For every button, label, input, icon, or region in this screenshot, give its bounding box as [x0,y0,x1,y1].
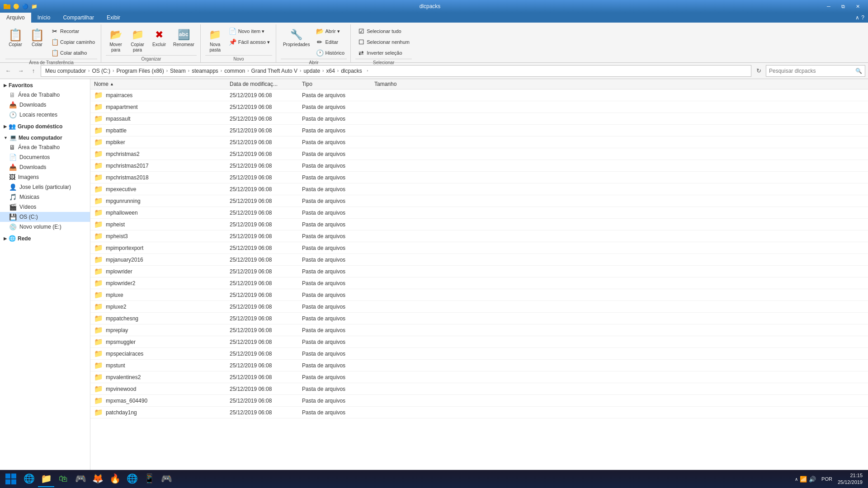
sidebar-item-jose-lelis[interactable]: 👤 Jose Lelis (particular) [0,182,90,192]
sidebar-item-downloads[interactable]: 📥 Downloads [0,100,90,110]
table-row[interactable]: 📁 mplowrider2 25/12/2019 06:08 Pasta de … [90,277,868,289]
table-row[interactable]: 📁 mpluxe2 25/12/2019 06:08 Pasta de arqu… [90,301,868,313]
table-row[interactable]: 📁 mpexecutive 25/12/2019 06:08 Pasta de … [90,183,868,195]
sidebar-item-videos[interactable]: 🎬 Vídeos [0,202,90,212]
table-row[interactable]: 📁 mpstunt 25/12/2019 06:08 Pasta de arqu… [90,360,868,371]
recortar-button[interactable]: ✂ Recortar [49,26,97,36]
taskbar-explorer[interactable]: 📁 [38,471,54,487]
col-header-type[interactable]: Tipo [302,81,374,87]
copiar-para-button[interactable]: 📁 Copiarpara [127,26,147,54]
col-header-size[interactable]: Tamanho [374,81,420,87]
mover-para-button[interactable]: 📂 Moverpara [106,26,126,54]
tray-volume[interactable]: 🔊 [809,476,816,483]
table-row[interactable]: 📁 mpassault 25/12/2019 06:08 Pasta de ar… [90,113,868,125]
ribbon-collapse-btn[interactable]: ∧ [855,14,859,21]
table-row[interactable]: 📁 mpgunrunning 25/12/2019 06:08 Pasta de… [90,195,868,207]
table-row[interactable]: 📁 mplowrider 25/12/2019 06:08 Pasta de a… [90,266,868,277]
refresh-button[interactable]: ↻ [753,66,764,76]
minimize-button[interactable]: ─ [822,2,835,11]
taskbar-ie[interactable]: 🌐 [21,471,37,487]
table-row[interactable]: 📁 mpvinewood 25/12/2019 06:08 Pasta de a… [90,383,868,395]
table-row[interactable]: 📁 mppatchesng 25/12/2019 06:08 Pasta de … [90,313,868,324]
excluir-button[interactable]: ✖ Excluir [149,26,169,49]
table-row[interactable]: 📁 mpspecialraces 25/12/2019 06:08 Pasta … [90,348,868,360]
breadcrumb-item-steamapps[interactable]: steamapps [190,67,220,75]
col-header-date[interactable]: Data de modificaç... [230,81,302,87]
sidebar-header-rede[interactable]: ▶ 🌐 Rede [0,234,90,243]
nova-pasta-button[interactable]: 📁 Novapasta [205,26,225,54]
table-row[interactable]: 📁 mpchristmas2017 25/12/2019 06:08 Pasta… [90,160,868,172]
taskbar-store[interactable]: 🛍 [55,471,71,487]
breadcrumb-dropdown[interactable]: › [364,68,371,74]
table-row[interactable]: 📁 mpbattle 25/12/2019 06:08 Pasta de arq… [90,125,868,136]
search-input[interactable] [769,68,855,74]
colar-button[interactable]: 📋 Colar [27,26,47,49]
table-row[interactable]: 📁 mphalloween 25/12/2019 06:08 Pasta de … [90,207,868,219]
close-button[interactable]: ✕ [851,2,864,11]
col-header-name[interactable]: Nome ▲ [94,81,230,87]
ribbon-help-btn[interactable]: ? [861,14,864,21]
sidebar-item-os-c[interactable]: 💾 OS (C:) [0,212,90,222]
sidebar-header-meu-computador[interactable]: ▼ 💻 Meu computador [0,133,90,142]
tab-inicio[interactable]: Início [31,13,57,23]
table-row[interactable]: 📁 mpimportexport 25/12/2019 06:08 Pasta … [90,242,868,254]
sidebar-item-imagens[interactable]: 🖼 Imagens [0,172,90,182]
table-row[interactable]: 📁 mpapartment 25/12/2019 06:08 Pasta de … [90,101,868,113]
editar-button[interactable]: ✏ Editar [314,37,347,47]
sidebar-item-downloads-2[interactable]: 📥 Downloads [0,162,90,172]
table-row[interactable]: 📁 mpsmuggler 25/12/2019 06:08 Pasta de a… [90,336,868,348]
start-button[interactable] [2,470,20,488]
table-row[interactable]: 📁 mpbiker 25/12/2019 06:08 Pasta de arqu… [90,136,868,148]
breadcrumb-item-update[interactable]: update [302,67,321,75]
breadcrumb-item-osc[interactable]: OS (C:) [90,67,112,75]
novo-item-button[interactable]: 📄 Novo item ▾ [227,26,272,36]
back-button[interactable]: ← [3,66,14,76]
sidebar-item-area-de-trabalho[interactable]: 🖥 Área de Trabalho [0,90,90,100]
copiar-button[interactable]: 📋 Copiar [5,26,25,49]
table-row[interactable]: 📁 mpreplay 25/12/2019 06:08 Pasta de arq… [90,324,868,336]
table-row[interactable]: 📁 mpchristmas2 25/12/2019 06:08 Pasta de… [90,148,868,160]
historico-button[interactable]: 🕐 Histórico [314,48,347,58]
table-row[interactable]: 📁 mpjanuary2016 25/12/2019 06:08 Pasta d… [90,254,868,266]
tab-compartilhar[interactable]: Compartilhar [57,13,100,23]
propriedades-button[interactable]: 🔧 Propriedades [281,26,312,49]
inverter-selecao-button[interactable]: ⇄ Inverter seleção [355,48,412,58]
taskbar-app1[interactable]: 📱 [141,471,157,487]
sidebar-item-locais-recentes[interactable]: 🕐 Locais recentes [0,110,90,120]
copiar-caminho-button[interactable]: 📋 Copiar caminho [49,37,97,47]
breadcrumb-item-steam[interactable]: Steam [169,67,187,75]
breadcrumb-item-x64[interactable]: x64 [325,67,336,75]
table-row[interactable]: 📁 mpheist3 25/12/2019 06:08 Pasta de arq… [90,230,868,242]
colar-atalho-button[interactable]: 📋 Colar atalho [49,48,97,58]
sidebar-item-area-de-trabalho-2[interactable]: 🖥 Área de Trabalho [0,142,90,152]
breadcrumb-item-dlcpacks[interactable]: dlcpacks [340,67,363,75]
taskbar-steam[interactable]: 🎮 [158,471,175,487]
sidebar-header-grupo[interactable]: ▶ 👥 Grupo doméstico [0,122,90,131]
taskbar-game2[interactable]: 🦊 [90,471,106,487]
table-row[interactable]: 📁 mpvalentines2 25/12/2019 06:08 Pasta d… [90,371,868,383]
table-row[interactable]: 📁 patchday1ng 25/12/2019 06:08 Pasta de … [90,407,868,418]
forward-button[interactable]: → [15,66,26,76]
language-indicator[interactable]: POR [820,475,834,483]
taskbar-chrome[interactable]: 🌐 [124,471,140,487]
selecionar-tudo-button[interactable]: ☑ Selecionar tudo [355,26,412,36]
table-row[interactable]: 📁 mpluxe 25/12/2019 06:08 Pasta de arqui… [90,289,868,301]
taskbar-game1[interactable]: 🎮 [72,471,89,487]
breadcrumb-item-mycomputer[interactable]: Meu computador [44,67,87,75]
sidebar-item-documentos[interactable]: 📄 Documentos [0,152,90,162]
renomear-button[interactable]: 🔤 Renomear [171,26,197,49]
table-row[interactable]: 📁 mpairraces 25/12/2019 06:08 Pasta de a… [90,89,868,101]
restore-button[interactable]: ⧉ [836,2,850,11]
selecionar-nenhum-button[interactable]: ☐ Selecionar nenhum [355,37,412,47]
taskbar-firefox[interactable]: 🔥 [107,471,123,487]
abrir-button[interactable]: 📂 Abrir ▾ [314,26,347,36]
tray-chevron[interactable]: ∧ [795,477,798,482]
search-icon[interactable]: 🔍 [855,68,862,74]
table-row[interactable]: 📁 mpheist 25/12/2019 06:08 Pasta de arqu… [90,219,868,230]
breadcrumb-item-gtav[interactable]: Grand Theft Auto V [250,67,299,75]
system-clock[interactable]: 21:15 25/12/2019 [838,472,863,486]
breadcrumb-item-programfiles[interactable]: Program Files (x86) [115,67,165,75]
tab-arquivo[interactable]: Arquivo [0,13,31,23]
table-row[interactable]: 📁 mpxmas_604490 25/12/2019 06:08 Pasta d… [90,395,868,407]
tray-network[interactable]: 📶 [800,476,807,483]
